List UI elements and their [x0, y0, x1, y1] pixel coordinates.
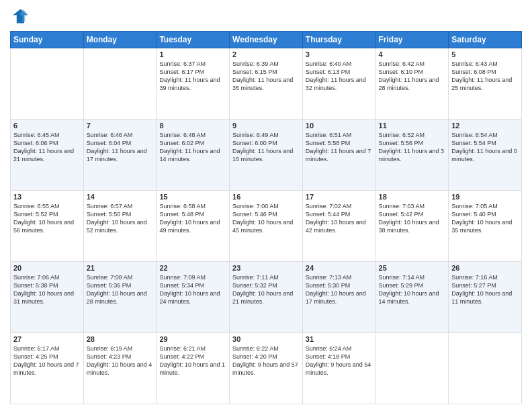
day-number: 13 — [13, 193, 81, 201]
cell-content: Sunrise: 7:16 AM Sunset: 5:27 PM Dayligh… — [451, 273, 519, 306]
cell-content: Sunrise: 6:39 AM Sunset: 6:15 PM Dayligh… — [232, 60, 300, 93]
day-cell: 24Sunrise: 7:13 AM Sunset: 5:30 PM Dayli… — [302, 262, 375, 333]
day-number: 4 — [379, 50, 446, 58]
day-number: 16 — [232, 193, 300, 201]
day-number: 17 — [306, 193, 373, 201]
day-cell — [83, 48, 157, 120]
logo-icon — [10, 7, 29, 26]
day-cell: 22Sunrise: 7:09 AM Sunset: 5:34 PM Dayli… — [157, 262, 230, 333]
day-cell: 30Sunrise: 6:22 AM Sunset: 4:20 PM Dayli… — [230, 333, 303, 404]
cell-content: Sunrise: 7:09 AM Sunset: 5:34 PM Dayligh… — [159, 273, 226, 306]
header-row: SundayMondayTuesdayWednesdayThursdayFrid… — [11, 32, 522, 48]
day-number: 7 — [87, 122, 154, 130]
cell-content: Sunrise: 6:19 AM Sunset: 4:23 PM Dayligh… — [87, 345, 154, 377]
cell-content: Sunrise: 6:21 AM Sunset: 4:22 PM Dayligh… — [159, 345, 226, 377]
cell-content: Sunrise: 6:22 AM Sunset: 4:20 PM Dayligh… — [232, 345, 300, 377]
cell-content: Sunrise: 6:43 AM Sunset: 6:08 PM Dayligh… — [451, 60, 519, 93]
day-cell: 6Sunrise: 6:45 AM Sunset: 6:06 PM Daylig… — [11, 120, 84, 191]
day-cell: 4Sunrise: 6:42 AM Sunset: 6:10 PM Daylig… — [375, 48, 449, 120]
day-number: 9 — [232, 122, 300, 130]
cell-content: Sunrise: 7:06 AM Sunset: 5:38 PM Dayligh… — [13, 273, 81, 306]
day-number: 30 — [232, 335, 300, 343]
cell-content: Sunrise: 7:03 AM Sunset: 5:42 PM Dayligh… — [379, 202, 446, 235]
day-cell: 18Sunrise: 7:03 AM Sunset: 5:42 PM Dayli… — [375, 191, 449, 262]
day-cell: 17Sunrise: 7:02 AM Sunset: 5:44 PM Dayli… — [302, 191, 375, 262]
day-cell: 11Sunrise: 6:52 AM Sunset: 5:56 PM Dayli… — [375, 120, 449, 191]
day-number: 10 — [306, 122, 373, 130]
calendar-header: SundayMondayTuesdayWednesdayThursdayFrid… — [11, 32, 522, 48]
day-cell: 20Sunrise: 7:06 AM Sunset: 5:38 PM Dayli… — [11, 262, 84, 333]
cell-content: Sunrise: 7:11 AM Sunset: 5:32 PM Dayligh… — [232, 273, 300, 306]
day-cell: 12Sunrise: 6:54 AM Sunset: 5:54 PM Dayli… — [449, 120, 522, 191]
calendar-table: SundayMondayTuesdayWednesdayThursdayFrid… — [10, 31, 522, 404]
day-cell: 19Sunrise: 7:05 AM Sunset: 5:40 PM Dayli… — [449, 191, 522, 262]
day-number: 19 — [451, 193, 519, 201]
day-cell: 14Sunrise: 6:57 AM Sunset: 5:50 PM Dayli… — [83, 191, 157, 262]
day-cell: 27Sunrise: 6:17 AM Sunset: 4:25 PM Dayli… — [11, 333, 84, 404]
day-cell — [449, 333, 522, 404]
cell-content: Sunrise: 7:02 AM Sunset: 5:44 PM Dayligh… — [306, 202, 373, 235]
day-number: 6 — [13, 122, 81, 130]
week-row-4: 20Sunrise: 7:06 AM Sunset: 5:38 PM Dayli… — [11, 262, 522, 333]
cell-content: Sunrise: 7:05 AM Sunset: 5:40 PM Dayligh… — [451, 202, 519, 235]
day-cell: 3Sunrise: 6:40 AM Sunset: 6:13 PM Daylig… — [302, 48, 375, 120]
day-number: 5 — [451, 50, 519, 58]
cell-content: Sunrise: 6:55 AM Sunset: 5:52 PM Dayligh… — [13, 202, 81, 235]
cell-content: Sunrise: 6:58 AM Sunset: 5:48 PM Dayligh… — [159, 202, 226, 235]
day-cell: 15Sunrise: 6:58 AM Sunset: 5:48 PM Dayli… — [157, 191, 230, 262]
week-row-1: 1Sunrise: 6:37 AM Sunset: 6:17 PM Daylig… — [11, 48, 522, 120]
day-cell: 2Sunrise: 6:39 AM Sunset: 6:15 PM Daylig… — [230, 48, 303, 120]
day-cell: 28Sunrise: 6:19 AM Sunset: 4:23 PM Dayli… — [83, 333, 157, 404]
cell-content: Sunrise: 6:42 AM Sunset: 6:10 PM Dayligh… — [379, 60, 446, 93]
cell-content: Sunrise: 7:08 AM Sunset: 5:36 PM Dayligh… — [87, 273, 154, 306]
day-cell: 10Sunrise: 6:51 AM Sunset: 5:58 PM Dayli… — [302, 120, 375, 191]
cell-content: Sunrise: 7:14 AM Sunset: 5:29 PM Dayligh… — [379, 273, 446, 306]
day-number: 26 — [451, 264, 519, 272]
cell-content: Sunrise: 6:37 AM Sunset: 6:17 PM Dayligh… — [159, 60, 226, 93]
day-number: 14 — [87, 193, 154, 201]
page: SundayMondayTuesdayWednesdayThursdayFrid… — [0, 0, 532, 411]
cell-content: Sunrise: 6:49 AM Sunset: 6:00 PM Dayligh… — [232, 131, 300, 164]
day-cell — [375, 333, 449, 404]
header — [10, 7, 522, 26]
cell-content: Sunrise: 7:13 AM Sunset: 5:30 PM Dayligh… — [306, 273, 373, 306]
cell-content: Sunrise: 6:52 AM Sunset: 5:56 PM Dayligh… — [379, 131, 446, 164]
cell-content: Sunrise: 6:57 AM Sunset: 5:50 PM Dayligh… — [87, 202, 154, 235]
day-cell: 5Sunrise: 6:43 AM Sunset: 6:08 PM Daylig… — [449, 48, 522, 120]
day-number: 8 — [159, 122, 226, 130]
day-number: 27 — [13, 335, 81, 343]
day-cell: 9Sunrise: 6:49 AM Sunset: 6:00 PM Daylig… — [230, 120, 303, 191]
day-number: 3 — [306, 50, 373, 58]
day-number: 20 — [13, 264, 81, 272]
day-number: 28 — [87, 335, 154, 343]
week-row-5: 27Sunrise: 6:17 AM Sunset: 4:25 PM Dayli… — [11, 333, 522, 404]
cell-content: Sunrise: 6:40 AM Sunset: 6:13 PM Dayligh… — [306, 60, 373, 93]
day-number: 22 — [159, 264, 226, 272]
day-cell: 16Sunrise: 7:00 AM Sunset: 5:46 PM Dayli… — [230, 191, 303, 262]
day-cell: 8Sunrise: 6:48 AM Sunset: 6:02 PM Daylig… — [157, 120, 230, 191]
cell-content: Sunrise: 6:17 AM Sunset: 4:25 PM Dayligh… — [13, 345, 81, 377]
svg-marker-0 — [13, 9, 28, 24]
day-cell: 29Sunrise: 6:21 AM Sunset: 4:22 PM Dayli… — [157, 333, 230, 404]
day-cell: 21Sunrise: 7:08 AM Sunset: 5:36 PM Dayli… — [83, 262, 157, 333]
logo — [10, 7, 32, 26]
cell-content: Sunrise: 7:00 AM Sunset: 5:46 PM Dayligh… — [232, 202, 300, 235]
day-number: 24 — [306, 264, 373, 272]
cell-content: Sunrise: 6:54 AM Sunset: 5:54 PM Dayligh… — [451, 131, 519, 164]
day-number: 1 — [159, 50, 226, 58]
day-cell: 13Sunrise: 6:55 AM Sunset: 5:52 PM Dayli… — [11, 191, 84, 262]
day-number: 15 — [159, 193, 226, 201]
cell-content: Sunrise: 6:24 AM Sunset: 4:18 PM Dayligh… — [306, 345, 373, 377]
day-cell: 23Sunrise: 7:11 AM Sunset: 5:32 PM Dayli… — [230, 262, 303, 333]
day-number: 31 — [306, 335, 373, 343]
day-cell: 25Sunrise: 7:14 AM Sunset: 5:29 PM Dayli… — [375, 262, 449, 333]
day-header-friday: Friday — [375, 32, 449, 48]
day-number: 23 — [232, 264, 300, 272]
day-number: 25 — [379, 264, 446, 272]
day-cell: 1Sunrise: 6:37 AM Sunset: 6:17 PM Daylig… — [157, 48, 230, 120]
day-cell: 26Sunrise: 7:16 AM Sunset: 5:27 PM Dayli… — [449, 262, 522, 333]
cell-content: Sunrise: 6:48 AM Sunset: 6:02 PM Dayligh… — [159, 131, 226, 164]
day-number: 29 — [159, 335, 226, 343]
calendar-body: 1Sunrise: 6:37 AM Sunset: 6:17 PM Daylig… — [11, 48, 522, 404]
day-header-monday: Monday — [83, 32, 157, 48]
